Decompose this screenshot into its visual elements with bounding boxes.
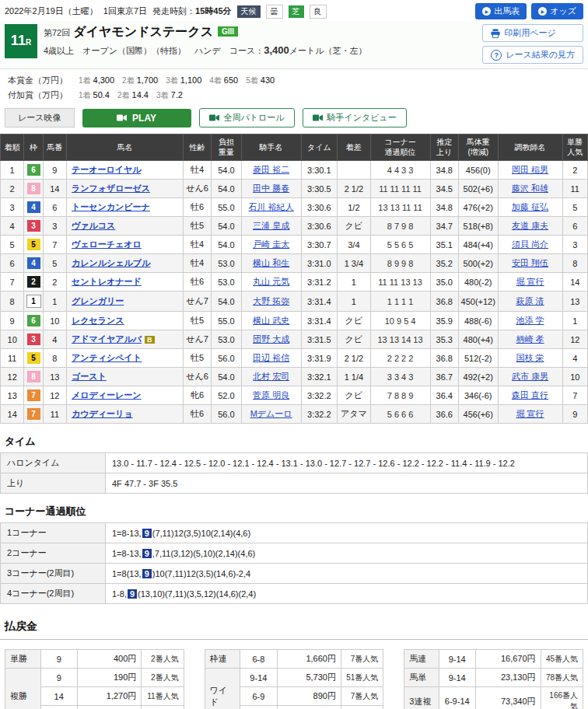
- win-favorite: 2: [562, 161, 587, 180]
- trainer-link[interactable]: 安田 翔伍: [512, 258, 548, 267]
- jockey-link[interactable]: 大野 拓弥: [253, 296, 289, 306]
- win-favorite: 11: [562, 180, 587, 198]
- trainer-link[interactable]: 友道 康夫: [512, 221, 548, 230]
- margin: クビ: [338, 312, 371, 330]
- play-video-button[interactable]: PLAY: [82, 109, 191, 127]
- estimated-last-3f: 35.3: [430, 330, 458, 349]
- frame-number: 5: [27, 239, 40, 250]
- corner-positions: 5 6 6 6: [370, 405, 430, 424]
- jockey-link[interactable]: Mデムーロ: [250, 409, 292, 418]
- jockey-link[interactable]: 団野 大成: [253, 334, 289, 344]
- horse-link[interactable]: ヴェローチェオロ: [72, 239, 142, 249]
- payout-amount: 16,670円: [475, 650, 541, 669]
- time-table: ハロンタイム13.0 - 11.7 - 12.4 - 12.5 - 12.0 -…: [0, 452, 588, 494]
- estimated-last-3f: 36.4: [430, 386, 458, 405]
- jockey-link[interactable]: 石川 裕紀人: [249, 202, 294, 211]
- trainer-link[interactable]: 藤沢 和雄: [512, 183, 548, 193]
- horse-link[interactable]: ランフォザローゼス: [72, 183, 150, 193]
- result-row: 12813ゴーストせん654.0北村 宏司3:32.11 1/43 3 4 33…: [1, 368, 588, 386]
- finish-position: 12: [1, 368, 24, 386]
- payout-amount: 320円: [77, 706, 141, 709]
- trainer-cell: 堀 宣行: [498, 273, 562, 292]
- margin: クビ: [338, 217, 371, 236]
- horse-link[interactable]: ゴースト: [72, 372, 107, 381]
- jockey-link[interactable]: 北村 宏司: [253, 372, 289, 381]
- trainer-link[interactable]: 堀 宣行: [516, 409, 544, 418]
- jockey-link[interactable]: 三浦 皇成: [253, 221, 289, 230]
- horse-link[interactable]: メロディーレーン: [72, 390, 142, 400]
- payout-type: 枠連: [205, 650, 240, 669]
- margin: 2 1/2: [338, 180, 371, 198]
- estimated-last-3f: 34.5: [430, 180, 458, 198]
- corner-positions: 8 9 9 8: [370, 254, 430, 273]
- jockey-link[interactable]: 菱田 裕二: [253, 165, 289, 174]
- frame-number: 8: [27, 371, 40, 382]
- trainer-link[interactable]: 加藤 征弘: [512, 202, 548, 211]
- race-video-label: レース映像: [5, 108, 75, 127]
- horse-link[interactable]: アンティシペイト: [72, 353, 142, 362]
- trainer-link[interactable]: 萩原 清: [516, 296, 544, 306]
- trainer-link[interactable]: 柄崎 孝: [516, 334, 544, 344]
- trainer-link[interactable]: 森田 直行: [512, 390, 548, 400]
- jockey-link[interactable]: 菅原 明良: [253, 390, 289, 400]
- trainer-link[interactable]: 堀 宣行: [516, 277, 544, 286]
- horse-number: 5: [43, 254, 66, 273]
- odds-button[interactable]: ▶オッズ: [531, 3, 583, 19]
- horse-link[interactable]: カウディーリョ: [72, 409, 133, 418]
- horse-weight: 450(+12): [458, 292, 498, 312]
- horse-number: 11: [43, 405, 66, 424]
- payout-type: 複勝: [5, 669, 41, 709]
- horse-name-cell: ヴァルコス: [67, 217, 184, 236]
- horse-number: 10: [43, 312, 66, 330]
- corner-table: 1コーナー1=8-13,9(7,11)12(3,5)10(2,14)(4,6)2…: [0, 522, 588, 604]
- chevron-right-icon: ▶: [538, 7, 547, 16]
- trainer-link[interactable]: 武市 康男: [512, 372, 548, 381]
- horse-link[interactable]: カレンルシェルブル: [72, 258, 150, 267]
- horse-weight: 484(+4): [458, 236, 498, 254]
- jockey-link[interactable]: 横山 武史: [253, 316, 289, 325]
- jockey-cell: 田中 勝春: [241, 180, 301, 198]
- corner-positions: 8 7 9 8: [370, 217, 430, 236]
- payout-row: 単勝9400円2番人気: [5, 650, 184, 669]
- trainer-link[interactable]: 岡田 稲男: [512, 165, 548, 174]
- jockey-link[interactable]: 田辺 裕信: [253, 353, 289, 362]
- result-guide-button[interactable]: ? レース結果の見方: [482, 46, 583, 64]
- horse-link[interactable]: テーオーロイヤル: [72, 165, 142, 174]
- estimated-last-3f: 36.8: [430, 292, 458, 312]
- patrol-video-button[interactable]: 全周パトロール: [199, 108, 295, 127]
- horse-link[interactable]: レクセランス: [72, 316, 124, 325]
- jockey-link[interactable]: 田中 勝春: [253, 183, 289, 193]
- horse-link[interactable]: ヴァルコス: [72, 221, 115, 230]
- jockey-link[interactable]: 丸山 元気: [253, 277, 289, 286]
- print-page-button[interactable]: 印刷用ページ: [482, 24, 583, 42]
- win-favorite: 3: [562, 236, 587, 254]
- frame-cell: 6: [24, 312, 43, 330]
- jockey-cell: Mデムーロ: [241, 405, 301, 424]
- entry-table-button[interactable]: ▶出馬表: [475, 3, 527, 19]
- finish-position: 4: [1, 217, 24, 236]
- carried-weight: 54.0: [212, 217, 241, 236]
- main-prize-label: 本賞金（万円）: [8, 75, 68, 85]
- results-header-row: 着順枠馬番馬名性齢負担 重量騎手名タイム着差コーナー 通過順位推定 上り馬体重 …: [1, 134, 588, 161]
- jockey-link[interactable]: 戸崎 圭太: [253, 239, 289, 249]
- payout-row: ワイド9-145,730円51番人気: [205, 669, 383, 687]
- corner-positions: 10 9 5 4: [370, 312, 430, 330]
- finish-time: 3:30.6: [301, 217, 338, 236]
- frame-number: 6: [27, 164, 40, 176]
- carried-weight: 56.0: [212, 349, 241, 368]
- trainer-link[interactable]: 国枝 栄: [516, 353, 544, 362]
- horse-link[interactable]: アドマイヤアルバ: [72, 334, 142, 344]
- horse-link[interactable]: グレンガリー: [72, 296, 124, 306]
- video-camera-icon: [313, 114, 323, 121]
- trainer-link[interactable]: 池添 学: [516, 316, 544, 325]
- result-row: 811グレンガリーせん754.0大野 拓弥3:31.411 1 1 136.84…: [1, 292, 588, 312]
- corner-row: 3コーナー(2周目)1=8(13,9)10(7,11)12(3,5)(14,6)…: [1, 564, 588, 584]
- result-row: 13712メロディーレーン牝652.0菅原 明良3:32.2クビ7 8 8 93…: [1, 386, 588, 405]
- jockey-link[interactable]: 横山 和生: [253, 258, 289, 267]
- payout-amount: 73,340円: [475, 687, 541, 709]
- horse-link[interactable]: セントレオナード: [72, 277, 142, 286]
- jockey-interview-button[interactable]: 騎手インタビュー: [303, 108, 407, 127]
- trainer-link[interactable]: 須貝 尚介: [512, 239, 548, 249]
- horse-link[interactable]: トーセンカンビーナ: [72, 202, 150, 211]
- blinker-badge: B: [145, 336, 155, 344]
